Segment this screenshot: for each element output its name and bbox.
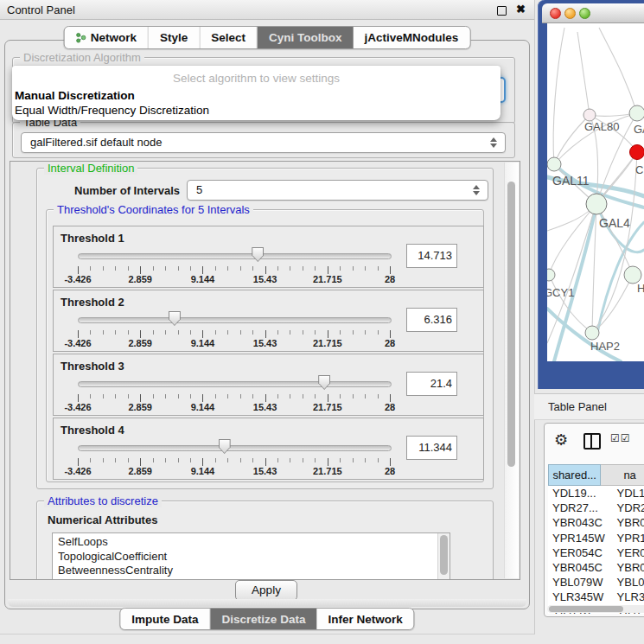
- slider-track[interactable]: [78, 253, 392, 259]
- interval-definition-group: Interval Definition Number of Intervals …: [36, 168, 494, 489]
- cell[interactable]: YDR2: [609, 501, 644, 515]
- cell[interactable]: YBR045C: [548, 560, 609, 575]
- tab-jactivemnodules[interactable]: jActiveMNodules: [354, 27, 470, 48]
- table-panel-titlebar: Table Panel: [534, 393, 644, 420]
- cell[interactable]: YBR0: [609, 515, 644, 530]
- table-row[interactable]: YPR145WYPR1: [548, 531, 644, 545]
- cell[interactable]: YDL19...: [548, 486, 609, 501]
- node-table: shared... na YDL19...YDL1 YDR27...YDR2 Y…: [548, 464, 644, 614]
- settings-scrollbar[interactable]: [504, 163, 519, 578]
- tab-infer-network[interactable]: Infer Network: [316, 609, 413, 629]
- table-row[interactable]: YBR043CYBR0: [548, 515, 644, 530]
- tick-label: 15.43: [253, 338, 277, 348]
- tick-label: 28: [385, 402, 395, 412]
- network-window-titlebar: [542, 3, 644, 23]
- tab-discretize-data[interactable]: Discretize Data: [211, 609, 317, 629]
- column-header-name[interactable]: na: [601, 464, 644, 486]
- slider-track[interactable]: [78, 381, 392, 387]
- threshold-label: Threshold 2: [61, 296, 124, 309]
- list-item[interactable]: TopologicalCoefficient: [53, 550, 450, 564]
- screen: Control Panel ✖ Network Style Select Cyn…: [0, 0, 644, 644]
- numerical-attributes-list[interactable]: SelfLoops TopologicalCoefficient Between…: [52, 532, 450, 580]
- tab-impute-data[interactable]: Impute Data: [120, 609, 210, 629]
- number-of-intervals-combobox[interactable]: 5: [187, 180, 488, 201]
- cell[interactable]: YER0: [609, 545, 644, 560]
- threshold-2-value-field[interactable]: 6.316: [406, 308, 457, 332]
- cell[interactable]: YLR345W: [548, 590, 609, 604]
- cell[interactable]: YBL0: [609, 575, 644, 590]
- cell[interactable]: YDR27...: [548, 501, 609, 515]
- dropdown-option-manual-discretization[interactable]: Manual Discretization: [15, 89, 135, 102]
- close-traffic-light-icon[interactable]: [550, 8, 561, 19]
- dropdown-option-equal-width[interactable]: Equal Width/Frequency Discretization: [15, 104, 209, 117]
- slider-major-ticks: [78, 458, 391, 466]
- table-row[interactable]: YBR045CYBR0: [548, 560, 644, 575]
- threshold-3-slider[interactable]: [78, 375, 390, 392]
- list-scrollbar[interactable]: [437, 533, 450, 580]
- cell[interactable]: YBR0: [609, 560, 644, 575]
- slider-thumb[interactable]: [169, 311, 181, 326]
- cell[interactable]: YPR145W: [548, 531, 609, 545]
- slider-thumb[interactable]: [318, 375, 330, 390]
- dropdown-placeholder-item[interactable]: Select algorithm to view settings: [12, 72, 501, 85]
- tab-network[interactable]: Network: [65, 27, 149, 48]
- zoom-traffic-light-icon[interactable]: [579, 8, 590, 19]
- slider-thumb[interactable]: [219, 439, 231, 454]
- cell[interactable]: YBL079W: [548, 575, 609, 590]
- threshold-4-value-field[interactable]: 11.344: [406, 436, 457, 460]
- list-item[interactable]: BetweennessCentrality: [53, 564, 450, 578]
- column-header-shared-name[interactable]: shared...: [548, 464, 601, 486]
- tick-label: 2.859: [128, 402, 152, 412]
- threshold-1-value-field[interactable]: 14.713: [406, 244, 457, 268]
- cell[interactable]: YBR043C: [548, 515, 609, 530]
- group-title: Attributes to discretize: [44, 494, 162, 507]
- cell[interactable]: YDL1: [609, 486, 644, 501]
- table-row[interactable]: YDL19...YDL1: [548, 486, 644, 501]
- table-row[interactable]: YBL079WYBL0: [548, 575, 644, 590]
- slider-tick-labels: -3.426 2.859 9.144 15.43 21.715 28: [78, 402, 390, 412]
- tab-cyni-toolbox[interactable]: Cyni Toolbox: [258, 27, 354, 48]
- algorithm-dropdown-popup: Select algorithm to view settings Manual…: [12, 66, 501, 120]
- columns-icon[interactable]: [583, 433, 601, 450]
- cell[interactable]: YPR1: [609, 531, 644, 545]
- slider-track[interactable]: [78, 445, 392, 451]
- network-canvas[interactable]: GAL80 GA GAL11 C GAL4 GCY1 H HAP2: [547, 23, 644, 361]
- apply-button[interactable]: Apply: [235, 580, 297, 601]
- slider-tick-labels: -3.426 2.859 9.144 15.43 21.715 28: [78, 338, 390, 348]
- threshold-2-slider[interactable]: [78, 311, 390, 328]
- cell[interactable]: YER054C: [548, 545, 609, 560]
- threshold-4-slider[interactable]: [78, 439, 390, 456]
- network-node[interactable]: [624, 266, 641, 284]
- network-node[interactable]: [547, 157, 561, 171]
- cell[interactable]: YLR3: [609, 590, 644, 604]
- list-item[interactable]: SelfLoops: [53, 533, 450, 550]
- tick-label: -3.426: [64, 402, 91, 412]
- tab-select[interactable]: Select: [200, 27, 258, 48]
- close-icon[interactable]: ✖: [516, 3, 526, 16]
- network-node[interactable]: [583, 109, 596, 121]
- float-window-icon[interactable]: [497, 6, 507, 16]
- tab-style[interactable]: Style: [149, 27, 200, 48]
- tick-label: -3.426: [64, 466, 91, 476]
- table-row[interactable]: YDR27...YDR2: [548, 501, 644, 515]
- threshold-3-value-field[interactable]: 21.4: [406, 372, 457, 396]
- network-node[interactable]: [547, 269, 555, 281]
- threshold-1-slider[interactable]: [78, 247, 390, 265]
- tick-label: 15.43: [253, 466, 277, 476]
- network-node[interactable]: [586, 194, 607, 214]
- minimize-traffic-light-icon[interactable]: [564, 8, 576, 19]
- select-columns-checkboxes-icon[interactable]: ☑☑: [610, 432, 631, 444]
- table-row[interactable]: YLR345WYLR3: [548, 590, 644, 604]
- gear-icon[interactable]: ⚙: [554, 430, 568, 450]
- slider-track[interactable]: [78, 317, 392, 323]
- network-node[interactable]: [585, 326, 599, 340]
- table-data-combobox[interactable]: galFiltered.sif default node: [21, 132, 506, 153]
- node-label: H: [637, 282, 644, 295]
- threshold-label: Threshold 3: [61, 360, 124, 373]
- slider-thumb[interactable]: [252, 247, 264, 262]
- table-row[interactable]: YER054CYER0: [548, 545, 644, 560]
- tick-label: 15.43: [253, 274, 277, 284]
- network-node-selected[interactable]: [630, 145, 644, 160]
- network-node[interactable]: [629, 105, 644, 121]
- table-horizontal-scrollbar[interactable]: [547, 605, 644, 613]
